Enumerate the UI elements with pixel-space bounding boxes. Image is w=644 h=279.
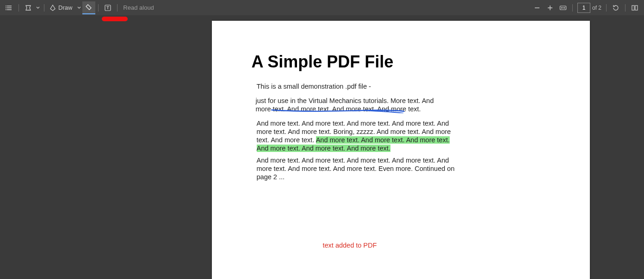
pdf-toolbar: Draw Read aloud of 2: [0, 0, 644, 15]
doc-title: A Simple PDF File: [252, 52, 394, 72]
erase-button[interactable]: [82, 1, 95, 14]
chevron-down-icon: [77, 6, 81, 10]
draw-button[interactable]: Draw: [47, 1, 76, 14]
page-number-input[interactable]: [577, 3, 590, 13]
svg-point-1: [6, 7, 6, 8]
add-text-button[interactable]: [101, 1, 114, 14]
draw-label: Draw: [56, 4, 74, 11]
paragraph-4: And more text. And more text. And more t…: [257, 156, 456, 181]
paragraph-2: just for use in the Virtual Mechanics tu…: [256, 97, 450, 113]
fit-width-icon: [559, 4, 567, 12]
separator: [606, 4, 607, 12]
zoom-in-button[interactable]: [544, 1, 557, 14]
svg-rect-5: [632, 6, 634, 10]
added-text-annotation[interactable]: text added to PDF: [323, 242, 377, 249]
read-aloud-button[interactable]: Read aloud: [120, 1, 157, 14]
pen-icon: [49, 4, 56, 12]
separator: [44, 4, 44, 12]
read-aloud-label: Read aloud: [123, 4, 154, 11]
separator: [98, 4, 99, 12]
pdf-page: A Simple PDF File This is a small demons…: [212, 21, 590, 279]
chevron-down-icon: [36, 6, 40, 10]
rotate-button[interactable]: [609, 1, 622, 14]
highlight-dropdown[interactable]: [35, 1, 41, 14]
separator: [19, 4, 19, 12]
rotate-icon: [612, 4, 619, 12]
paragraph-1: This is a small demonstration .pdf file …: [257, 82, 456, 91]
pdf-viewport[interactable]: A Simple PDF File This is a small demons…: [0, 15, 644, 279]
separator: [117, 4, 118, 12]
highlight-button[interactable]: [22, 1, 35, 14]
page-total-label: of 2: [592, 5, 603, 11]
contents-button[interactable]: [3, 1, 16, 14]
text-box-icon: [104, 4, 111, 12]
svg-rect-6: [635, 6, 638, 10]
separator: [625, 4, 625, 12]
page-view-icon: [631, 4, 638, 12]
fit-width-button[interactable]: [557, 1, 570, 14]
highlighter-icon: [25, 4, 32, 12]
plus-icon: [546, 4, 554, 12]
eraser-icon: [85, 4, 93, 11]
paragraph-3: And more text. And more text. And more t…: [257, 119, 456, 153]
zoom-out-button[interactable]: [531, 1, 544, 14]
list-icon: [6, 4, 13, 12]
separator: [572, 4, 573, 12]
svg-point-0: [6, 6, 6, 6]
draw-dropdown[interactable]: [76, 1, 82, 14]
minus-icon: [533, 4, 541, 12]
svg-point-2: [6, 9, 6, 10]
page-view-button[interactable]: [628, 1, 641, 14]
